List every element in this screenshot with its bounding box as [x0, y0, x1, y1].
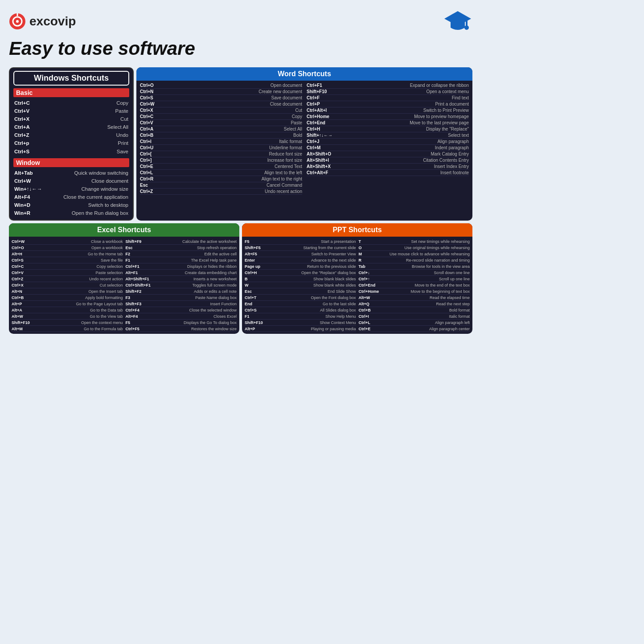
word-shortcut-row: Shift+F10Open a context menu	[307, 89, 469, 95]
word-shortcut-row: Ctrl+ASelect All	[140, 126, 302, 132]
excel-shortcut-row: Ctrl+F1Displays or hides the ribbon	[126, 263, 237, 270]
word-shortcut-row: Ctrl+ECentered Text	[140, 164, 302, 170]
svg-point-2	[16, 20, 19, 23]
tagline: Easy to use software	[9, 38, 472, 59]
ppt-shortcut-row: Ctrl+SAll Slides dialog box	[245, 307, 356, 313]
word-shortcut-row: Ctrl+HDisplay the "Replace"	[307, 126, 469, 132]
ppt-shortcut-row: EndGo to the last slide	[245, 301, 356, 307]
ppt-shortcut-row: MUse mouse click to advance while rehear…	[359, 251, 470, 257]
ppt-shortcut-row: Page upReturn to the previous slide	[245, 263, 356, 270]
page-header: excovip	[9, 9, 472, 33]
shortcut-row: Ctrl+ASelect All	[13, 123, 129, 131]
word-shortcuts-title: Word Shortcuts	[136, 67, 472, 81]
shortcut-row: Ctrl+VPaste	[13, 107, 129, 115]
window-section-label: Window	[13, 158, 129, 167]
word-shortcut-row: Alt+Shift+XInsert Index Entry	[307, 164, 469, 170]
ppt-shortcut-row: Ctrl+HOpen the "Replace" dialog box	[245, 270, 356, 276]
excel-shortcut-row: Shift+F10Open the context menu	[12, 320, 123, 326]
shortcut-row: Win+↑↓←→Change window size	[13, 185, 129, 193]
excel-shortcut-row: Alt+PGo to the Page Layout tab	[12, 301, 123, 307]
windows-title: Windows Shortcuts	[34, 74, 109, 82]
word-shortcut-row: Ctrl+BBold	[140, 132, 302, 139]
shortcut-row: Ctrl+ZUndo	[13, 131, 129, 139]
logo-area: excovip	[9, 13, 76, 30]
word-shortcut-row: Ctrl+[Reduce font size	[140, 151, 302, 157]
excel-shortcut-row: Ctrl+F4Close the selected window	[126, 307, 237, 313]
shortcut-row: Ctrl+CCopy	[13, 99, 129, 107]
excel-shortcuts-body: Ctrl+WClose a workbookCtrl+OOpen a workb…	[9, 237, 239, 334]
excel-shortcut-row: Ctrl+XCut selection	[12, 282, 123, 288]
ppt-shortcut-row: Ctrl+IItalic format	[359, 313, 470, 320]
excel-shortcut-row: Shift+F3Insert Function	[126, 301, 237, 307]
excel-shortcut-row: Ctrl+Shift+F1Toggles full screen mode	[126, 282, 237, 288]
ppt-shortcut-row: F5Start a presentation	[245, 238, 356, 245]
ppt-shortcut-row: Ctrl+LAlign paragraph left	[359, 320, 470, 326]
excel-shortcut-row: EscStop refresh operation	[126, 245, 237, 251]
excel-shortcuts-panel: Excel Shortcuts Ctrl+WClose a workbookCt…	[9, 223, 239, 334]
word-shortcut-row: Ctrl+OOpen document	[140, 82, 302, 89]
word-shortcuts-body: Ctrl+OOpen documentCtrl+NCreate new docu…	[136, 81, 472, 197]
ppt-shortcut-row: Ctrl+↓Scroll down one line	[359, 270, 470, 276]
word-shortcut-row: Ctrl+JAlign paragraph	[307, 139, 469, 145]
word-shortcut-row: Ctrl+CCopy	[140, 114, 302, 120]
windows-shortcuts-panel: Windows Shortcuts Basic Ctrl+CCopyCtrl+V…	[9, 67, 134, 221]
word-shortcut-row: Ctrl+IItalic format	[140, 139, 302, 145]
ppt-shortcut-row: Ctrl+↑Scroll up one line	[359, 276, 470, 282]
logo-icon	[9, 13, 26, 30]
ppt-shortcut-row: F1Show Help Menu	[245, 313, 356, 320]
excel-shortcuts-title: Excel Shortcuts	[9, 223, 239, 237]
excel-shortcut-row: Shift+F2Adds or edits a cell note	[126, 288, 237, 295]
word-shortcut-row: Ctrl+NCreate new document	[140, 89, 302, 95]
ppt-shortcut-row: TSet new timings while rehearsing	[359, 238, 470, 245]
word-shortcut-row: Ctrl+XCut	[140, 107, 302, 114]
svg-point-6	[464, 25, 469, 30]
excel-shortcut-row: F1The Excel Help task pane	[126, 257, 237, 263]
excel-shortcut-row: Alt+NOpen the Insert tab	[12, 288, 123, 295]
ppt-shortcut-row: EscEnd Slide Show	[245, 288, 356, 295]
ppt-shortcut-row: Shift+F5Starting from the current slide	[245, 245, 356, 251]
ppt-shortcut-row: Shift+F10Show Context Menu	[245, 320, 356, 326]
ppt-shortcut-row: Ctrl+BBold format	[359, 307, 470, 313]
word-shortcut-row: Ctrl+FFind text	[307, 95, 469, 101]
word-shortcut-row: Ctrl+UUnderline format	[140, 145, 302, 151]
ppt-shortcuts-body: F5Start a presentationShift+F5Starting f…	[242, 237, 472, 334]
excel-shortcut-row: Ctrl+BApply bold formatting	[12, 295, 123, 301]
basic-shortcuts-list: Ctrl+CCopyCtrl+VPasteCtrl+XCutCtrl+ASele…	[13, 99, 129, 156]
excel-shortcut-row: Alt+HGo to the Home tab	[12, 251, 123, 257]
excel-shortcut-row: Ctrl+SSave the file	[12, 257, 123, 263]
ppt-shortcut-row: Alt+QRead the next step	[359, 301, 470, 307]
word-shortcut-row: Ctrl+RAlign text to the right	[140, 176, 302, 182]
word-shortcut-row: Ctrl+HomeMove to preview homepage	[307, 114, 469, 120]
excel-shortcut-row: Alt+Shift+F1Inserts a new worksheet	[126, 276, 237, 282]
ppt-shortcut-row: Alt+WRead the elapsed time	[359, 295, 470, 301]
word-shortcut-row: Alt+Shift+ICitation Contents Entry	[307, 157, 469, 164]
excel-shortcut-row: Alt+AGo to the Data tab	[12, 307, 123, 313]
ppt-shortcut-row: Ctrl+EndMove to the end of the text box	[359, 282, 470, 288]
word-shortcuts-panel: Word Shortcuts Ctrl+OOpen documentCtrl+N…	[136, 67, 472, 221]
excel-shortcut-row: Ctrl+F5Restores the window size	[126, 326, 237, 332]
excel-shortcut-row: Ctrl+WClose a workbook	[12, 238, 123, 245]
word-shortcut-row: Ctrl+MIndent paragraph	[307, 145, 469, 151]
excel-shortcut-row: Alt+F4Closes Excel	[126, 313, 237, 320]
excel-shortcut-row: Shift+F9Calculate the active worksheet	[126, 238, 237, 245]
word-shortcut-row: Alt+Shift+OMark Catalog Entry	[307, 151, 469, 157]
shortcut-row: Win+DSwitch to desktop	[13, 201, 129, 209]
graduation-icon	[443, 9, 472, 33]
excel-shortcut-row: Alt+WGo to the View tab	[12, 313, 123, 320]
ppt-shortcut-row: BShow blank black slides	[245, 276, 356, 282]
excel-shortcut-row: Ctrl+CCopy selection	[12, 263, 123, 270]
word-shortcut-row: Ctrl+WClose document	[140, 101, 302, 107]
excel-shortcut-row: Ctrl+OOpen a workbook	[12, 245, 123, 251]
window-shortcuts-list: Alt+TabQuick window switchingCtrl+WClose…	[13, 169, 129, 217]
shortcut-row: Ctrl+pPrint	[13, 139, 129, 147]
word-shortcut-row: Ctrl+Alt+ISwitch to Print Preview	[307, 107, 469, 114]
word-shortcut-row: Ctrl+F1Expand or collapse the ribbon	[307, 82, 469, 89]
word-shortcut-row: Ctrl+VPaste	[140, 120, 302, 126]
word-shortcut-row: Shift+↑↓←→Select text	[307, 132, 469, 139]
shortcut-row: Alt+TabQuick window switching	[13, 169, 129, 177]
word-shortcut-row: Ctrl+SSave document	[140, 95, 302, 101]
excel-shortcut-row: Alt+MGo to the Formula tab	[12, 326, 123, 332]
shortcut-row: Ctrl+WClose document	[13, 177, 129, 185]
word-shortcut-row: Ctrl+ZUndo recent action	[140, 189, 302, 195]
ppt-shortcut-row: Ctrl+TOpen the Font dialog box	[245, 295, 356, 301]
